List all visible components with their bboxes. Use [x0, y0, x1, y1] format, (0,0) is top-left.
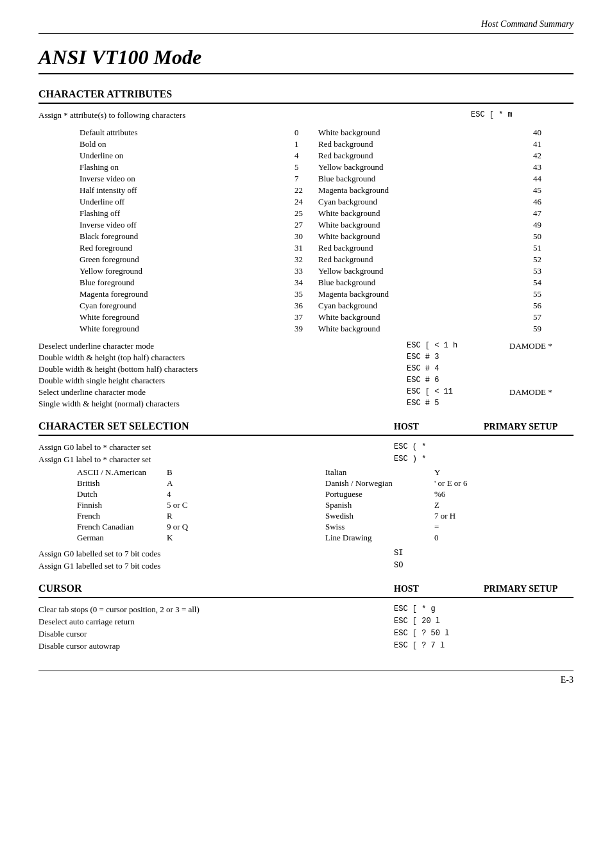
- cursor-primary-label: PRIMARY SETUP: [484, 584, 574, 594]
- cmd-damode: [509, 353, 574, 363]
- char-set-header-row: CHARACTER SET SELECTION HOST PRIMARY SET…: [38, 421, 574, 436]
- cursor-header-row: CURSOR HOST PRIMARY SETUP: [38, 583, 574, 598]
- attr-name: White background: [316, 127, 531, 138]
- attr-name: White foreground: [77, 323, 292, 335]
- cmd-host: ESC # 5: [407, 399, 509, 409]
- attr-name: Blue background: [316, 277, 531, 288]
- charset-table: ASCII / N.American B British A Dutch 4 F…: [77, 467, 574, 544]
- assign-spacer: [484, 442, 574, 453]
- charset-right-row: Line Drawing 0: [325, 533, 574, 543]
- attr-name: Black foreground: [77, 231, 292, 242]
- charset-left-row: German K: [77, 533, 325, 543]
- left-attr-row: Blue foreground34: [77, 277, 335, 288]
- char-attributes-section: CHARACTER ATTRIBUTES Assign * attribute(…: [38, 88, 574, 409]
- char-set-primary-label: PRIMARY SETUP: [484, 422, 574, 432]
- extra-cmd-row: Select underline character mode ESC [ < …: [38, 387, 574, 397]
- cursor-row: Clear tab stops (0 = cursor position, 2 …: [38, 605, 574, 615]
- cursor-row: Disable cursor ESC [ ? 50 l: [38, 629, 574, 639]
- charset-right-row: Portuguese %6: [325, 489, 574, 499]
- attr-name: Flashing off: [77, 208, 292, 219]
- attr-name: Red background: [316, 150, 531, 162]
- cmd-desc: Select underline character mode: [38, 387, 407, 397]
- left-attr-row: Green foreground32: [77, 254, 335, 265]
- attr-name: Yellow foreground: [77, 265, 292, 277]
- charset-val: ' or E or 6: [434, 478, 467, 488]
- header-title: Host Command Summary: [481, 19, 574, 29]
- attr-name: Magenta background: [316, 185, 531, 196]
- assign-bit-host: SI: [394, 549, 484, 559]
- charset-name: Finnish: [77, 500, 167, 510]
- left-attr-row: Cyan foreground36: [77, 300, 335, 312]
- attr-val: 51: [531, 242, 574, 254]
- attr-val: 54: [531, 277, 574, 288]
- attr-val: 55: [531, 288, 574, 300]
- attr-name: Cyan background: [316, 196, 531, 208]
- attr-name: Yellow background: [316, 265, 531, 277]
- attr-name: Red foreground: [77, 242, 292, 254]
- attr-val: 49: [531, 219, 574, 231]
- extra-cmd-row: Double width & height (bottom half) char…: [38, 364, 574, 374]
- left-attr-row: Inverse video on7: [77, 173, 335, 185]
- cursor-rows: Clear tab stops (0 = cursor position, 2 …: [38, 605, 574, 651]
- cmd-host: ESC # 3: [407, 353, 509, 363]
- charset-right-row: Danish / Norwegian ' or E or 6: [325, 478, 574, 488]
- cursor-host: ESC [ ? 7 l: [394, 641, 484, 651]
- attr-name: White background: [316, 208, 531, 219]
- attr-name: Green foreground: [77, 254, 292, 265]
- right-attr-row: White background50: [316, 231, 574, 242]
- charset-val: R: [167, 511, 218, 521]
- charset-right-row: Swiss =: [325, 522, 574, 532]
- charset-val: 4: [167, 489, 218, 499]
- charset-right-row: Italian Y: [325, 467, 574, 478]
- cmd-host: ESC [ < 11: [407, 387, 509, 397]
- attr-name: Blue background: [316, 173, 531, 185]
- attr-name: Underline on: [77, 150, 292, 162]
- attr-name: Inverse video on: [77, 173, 292, 185]
- attr-val: 57: [531, 312, 574, 323]
- cmd-host: ESC # 4: [407, 364, 509, 374]
- charset-name: Line Drawing: [325, 533, 434, 543]
- charset-left-row: British A: [77, 478, 325, 488]
- charset-val: Y: [434, 467, 440, 478]
- charset-val: 9 or Q: [167, 522, 218, 532]
- right-attr-row: White background47: [316, 208, 574, 219]
- left-attr-row: Flashing off25: [77, 208, 335, 219]
- page-title: ANSI VT100 Mode: [38, 46, 574, 69]
- cmd-desc: Double width single height characters: [38, 376, 407, 386]
- attr-name: Flashing on: [77, 162, 292, 173]
- extra-cmd-row: Deselect underline character mode ESC [ …: [38, 341, 574, 351]
- assign-bit-desc: Assign G0 labelled set to 7 bit codes: [38, 549, 394, 559]
- attr-val: 56: [531, 300, 574, 312]
- attr-name: Half intensity off: [77, 185, 292, 196]
- right-attr-row: Blue background44: [316, 173, 574, 185]
- attr-val: 44: [531, 173, 574, 185]
- cmd-desc: Single width & height (normal) character…: [38, 399, 407, 409]
- charset-val: %6: [434, 489, 445, 499]
- cmd-host: ESC [ < 1 h: [407, 341, 509, 351]
- attr-val: 41: [531, 138, 574, 150]
- right-attr-row: Red background41: [316, 138, 574, 150]
- charset-name: Dutch: [77, 489, 167, 499]
- charset-name: Swiss: [325, 522, 434, 532]
- cmd-damode: [509, 376, 574, 386]
- attr-name: Underline off: [77, 196, 292, 208]
- attr-val: 42: [531, 150, 574, 162]
- cursor-host: ESC [ 20 l: [394, 617, 484, 627]
- charset-name: British: [77, 478, 167, 488]
- assign-desc: Assign G0 label to * character set: [38, 442, 394, 453]
- assign-bit-row: Assign G0 labelled set to 7 bit codes SI: [38, 549, 574, 559]
- charset-name: French: [77, 511, 167, 521]
- charset-right: Italian Y Danish / Norwegian ' or E or 6…: [325, 467, 574, 544]
- attr-left-col: Default attributes0Bold on1Underline on4…: [38, 127, 309, 335]
- attr-name: White background: [316, 219, 531, 231]
- intro-row: Assign * attribute(s) to following chara…: [38, 110, 574, 123]
- attr-val: 52: [531, 254, 574, 265]
- right-attr-row: Red background52: [316, 254, 574, 265]
- attr-right-col: White background40Red background41Red ba…: [309, 127, 574, 335]
- assign-bit-rows: Assign G0 labelled set to 7 bit codes SI…: [38, 549, 574, 571]
- cursor-section: CURSOR HOST PRIMARY SETUP Clear tab stop…: [38, 583, 574, 651]
- attr-val: 47: [531, 208, 574, 219]
- attr-val: 53: [531, 265, 574, 277]
- intro-text: Assign * attribute(s) to following chara…: [38, 110, 471, 121]
- cursor-spacer: [484, 641, 574, 651]
